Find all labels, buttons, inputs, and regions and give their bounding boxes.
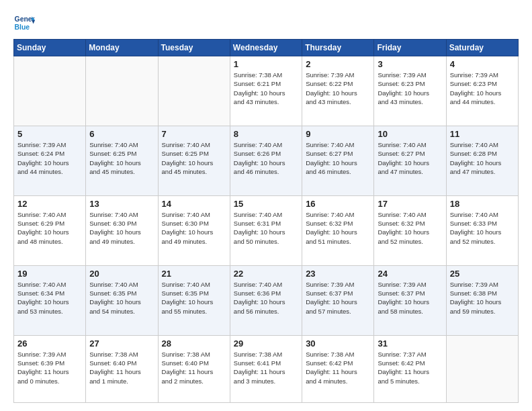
weekday-header-saturday: Saturday — [446, 40, 518, 56]
calendar-cell: 11Sunrise: 7:40 AMSunset: 6:28 PMDayligh… — [446, 126, 518, 195]
day-info: Sunrise: 7:40 AMSunset: 6:25 PMDaylight:… — [89, 140, 154, 176]
calendar-cell: 13Sunrise: 7:40 AMSunset: 6:30 PMDayligh… — [86, 195, 158, 265]
day-number: 30 — [306, 338, 370, 349]
day-info: Sunrise: 7:39 AMSunset: 6:37 PMDaylight:… — [306, 280, 370, 316]
calendar-header: General Blue — [13, 12, 519, 34]
day-info: Sunrise: 7:38 AMSunset: 6:40 PMDaylight:… — [89, 350, 154, 385]
calendar-cell: 5Sunrise: 7:39 AMSunset: 6:24 PMDaylight… — [14, 126, 86, 195]
day-info: Sunrise: 7:37 AMSunset: 6:42 PMDaylight:… — [378, 350, 442, 385]
day-info: Sunrise: 7:40 AMSunset: 6:33 PMDaylight:… — [450, 210, 515, 246]
calendar-cell: 14Sunrise: 7:40 AMSunset: 6:30 PMDayligh… — [158, 195, 230, 265]
calendar-cell: 30Sunrise: 7:38 AMSunset: 6:42 PMDayligh… — [302, 335, 374, 402]
calendar-week-row: 26Sunrise: 7:39 AMSunset: 6:39 PMDayligh… — [14, 335, 519, 402]
day-info: Sunrise: 7:38 AMSunset: 6:41 PMDaylight:… — [234, 350, 298, 385]
calendar-cell: 6Sunrise: 7:40 AMSunset: 6:25 PMDaylight… — [86, 126, 158, 195]
day-info: Sunrise: 7:40 AMSunset: 6:25 PMDaylight:… — [162, 140, 226, 176]
day-number: 10 — [378, 129, 442, 139]
weekday-header-thursday: Thursday — [302, 40, 374, 56]
calendar-cell: 18Sunrise: 7:40 AMSunset: 6:33 PMDayligh… — [446, 195, 518, 265]
day-number: 14 — [162, 199, 226, 209]
day-number: 28 — [162, 338, 226, 349]
day-info: Sunrise: 7:38 AMSunset: 6:40 PMDaylight:… — [162, 350, 226, 385]
day-info: Sunrise: 7:40 AMSunset: 6:28 PMDaylight:… — [450, 140, 515, 176]
day-number: 18 — [450, 199, 515, 209]
calendar-cell: 20Sunrise: 7:40 AMSunset: 6:35 PMDayligh… — [86, 265, 158, 335]
calendar-cell: 29Sunrise: 7:38 AMSunset: 6:41 PMDayligh… — [230, 335, 302, 402]
calendar-cell — [14, 56, 86, 126]
day-number: 12 — [17, 199, 82, 209]
day-number: 5 — [17, 129, 82, 139]
day-number: 8 — [234, 129, 298, 139]
calendar-cell: 21Sunrise: 7:40 AMSunset: 6:35 PMDayligh… — [158, 265, 230, 335]
day-info: Sunrise: 7:39 AMSunset: 6:22 PMDaylight:… — [306, 71, 370, 106]
weekday-header-sunday: Sunday — [14, 40, 86, 56]
calendar-table: SundayMondayTuesdayWednesdayThursdayFrid… — [13, 39, 519, 403]
day-info: Sunrise: 7:39 AMSunset: 6:38 PMDaylight:… — [450, 280, 515, 316]
day-info: Sunrise: 7:39 AMSunset: 6:37 PMDaylight:… — [378, 280, 442, 316]
calendar-cell: 26Sunrise: 7:39 AMSunset: 6:39 PMDayligh… — [14, 335, 86, 402]
calendar-cell: 12Sunrise: 7:40 AMSunset: 6:29 PMDayligh… — [14, 195, 86, 265]
day-info: Sunrise: 7:40 AMSunset: 6:30 PMDaylight:… — [162, 210, 226, 246]
day-number: 20 — [89, 269, 154, 279]
calendar-cell — [158, 56, 230, 126]
day-info: Sunrise: 7:40 AMSunset: 6:32 PMDaylight:… — [306, 210, 370, 246]
calendar-cell — [86, 56, 158, 126]
calendar-cell: 15Sunrise: 7:40 AMSunset: 6:31 PMDayligh… — [230, 195, 302, 265]
calendar-week-row: 1Sunrise: 7:38 AMSunset: 6:21 PMDaylight… — [14, 56, 519, 126]
day-number: 26 — [17, 338, 82, 349]
calendar-cell: 3Sunrise: 7:39 AMSunset: 6:23 PMDaylight… — [374, 56, 446, 126]
day-number: 29 — [234, 338, 298, 349]
day-number: 6 — [89, 129, 154, 139]
day-number: 2 — [306, 59, 370, 69]
day-info: Sunrise: 7:40 AMSunset: 6:30 PMDaylight:… — [89, 210, 154, 246]
calendar-cell: 27Sunrise: 7:38 AMSunset: 6:40 PMDayligh… — [86, 335, 158, 402]
day-number: 21 — [162, 269, 226, 279]
day-info: Sunrise: 7:39 AMSunset: 6:23 PMDaylight:… — [378, 71, 442, 106]
calendar-cell: 23Sunrise: 7:39 AMSunset: 6:37 PMDayligh… — [302, 265, 374, 335]
day-number: 25 — [450, 269, 515, 279]
day-info: Sunrise: 7:40 AMSunset: 6:34 PMDaylight:… — [17, 280, 82, 316]
day-info: Sunrise: 7:38 AMSunset: 6:42 PMDaylight:… — [306, 350, 370, 385]
weekday-header-monday: Monday — [86, 40, 158, 56]
logo: General Blue — [13, 12, 35, 34]
calendar-cell — [446, 335, 518, 402]
day-info: Sunrise: 7:40 AMSunset: 6:27 PMDaylight:… — [378, 140, 442, 176]
day-info: Sunrise: 7:40 AMSunset: 6:26 PMDaylight:… — [234, 140, 298, 176]
day-info: Sunrise: 7:39 AMSunset: 6:23 PMDaylight:… — [450, 71, 515, 106]
day-info: Sunrise: 7:39 AMSunset: 6:24 PMDaylight:… — [17, 140, 82, 176]
day-number: 1 — [234, 59, 298, 69]
day-number: 31 — [378, 338, 442, 349]
calendar-cell: 7Sunrise: 7:40 AMSunset: 6:25 PMDaylight… — [158, 126, 230, 195]
calendar-cell: 1Sunrise: 7:38 AMSunset: 6:21 PMDaylight… — [230, 56, 302, 126]
day-info: Sunrise: 7:40 AMSunset: 6:29 PMDaylight:… — [17, 210, 82, 246]
calendar-cell: 16Sunrise: 7:40 AMSunset: 6:32 PMDayligh… — [302, 195, 374, 265]
calendar-cell: 10Sunrise: 7:40 AMSunset: 6:27 PMDayligh… — [374, 126, 446, 195]
calendar-page: General Blue SundayMondayTuesdayWednesda… — [0, 0, 532, 411]
calendar-cell: 8Sunrise: 7:40 AMSunset: 6:26 PMDaylight… — [230, 126, 302, 195]
day-number: 24 — [378, 269, 442, 279]
calendar-cell: 24Sunrise: 7:39 AMSunset: 6:37 PMDayligh… — [374, 265, 446, 335]
day-number: 7 — [162, 129, 226, 139]
day-number: 22 — [234, 269, 298, 279]
day-info: Sunrise: 7:40 AMSunset: 6:32 PMDaylight:… — [378, 210, 442, 246]
day-info: Sunrise: 7:39 AMSunset: 6:39 PMDaylight:… — [17, 350, 82, 385]
day-info: Sunrise: 7:40 AMSunset: 6:36 PMDaylight:… — [234, 280, 298, 316]
calendar-cell: 2Sunrise: 7:39 AMSunset: 6:22 PMDaylight… — [302, 56, 374, 126]
day-number: 16 — [306, 199, 370, 209]
calendar-cell: 4Sunrise: 7:39 AMSunset: 6:23 PMDaylight… — [446, 56, 518, 126]
calendar-cell: 17Sunrise: 7:40 AMSunset: 6:32 PMDayligh… — [374, 195, 446, 265]
calendar-cell: 31Sunrise: 7:37 AMSunset: 6:42 PMDayligh… — [374, 335, 446, 402]
day-number: 9 — [306, 129, 370, 139]
day-number: 23 — [306, 269, 370, 279]
day-number: 19 — [17, 269, 82, 279]
calendar-cell: 28Sunrise: 7:38 AMSunset: 6:40 PMDayligh… — [158, 335, 230, 402]
day-number: 17 — [378, 199, 442, 209]
weekday-header-friday: Friday — [374, 40, 446, 56]
calendar-cell: 25Sunrise: 7:39 AMSunset: 6:38 PMDayligh… — [446, 265, 518, 335]
day-info: Sunrise: 7:38 AMSunset: 6:21 PMDaylight:… — [234, 71, 298, 106]
day-number: 15 — [234, 199, 298, 209]
day-info: Sunrise: 7:40 AMSunset: 6:35 PMDaylight:… — [89, 280, 154, 316]
calendar-week-row: 19Sunrise: 7:40 AMSunset: 6:34 PMDayligh… — [14, 265, 519, 335]
day-info: Sunrise: 7:40 AMSunset: 6:35 PMDaylight:… — [162, 280, 226, 316]
svg-text:Blue: Blue — [15, 24, 30, 31]
